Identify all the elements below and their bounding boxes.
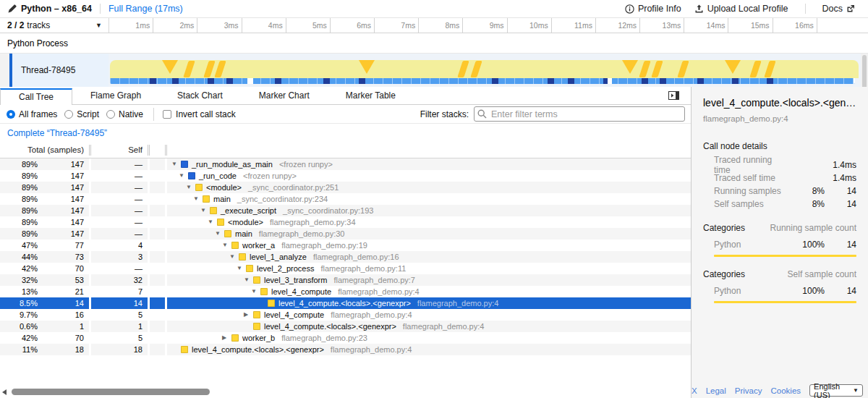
ruler-tick[interactable]: 14ms (684, 18, 728, 33)
invert-call-stack-checkbox[interactable]: Invert call stack (163, 109, 236, 119)
upload-profile-button[interactable]: Upload Local Profile (690, 4, 793, 14)
twisty-expanded-icon[interactable]: ▼ (215, 228, 224, 240)
tab-marker-table[interactable]: Marker Table (328, 88, 414, 104)
marker-slash-icon[interactable] (214, 61, 226, 77)
marker-triangle-icon[interactable] (359, 60, 375, 74)
sample-strip[interactable] (110, 78, 855, 84)
ruler-tick[interactable]: 10ms (508, 18, 552, 33)
twisty-expanded-icon[interactable]: ▼ (237, 263, 246, 274)
breadcrumb-complete-range[interactable]: Complete “Thread-78495” (7, 128, 107, 138)
marker-triangle-icon[interactable] (162, 60, 178, 74)
radio-all-frames[interactable]: All frames (7, 109, 57, 119)
marker-slash-icon[interactable] (749, 61, 761, 77)
column-header-self[interactable]: Self (91, 145, 148, 154)
twisty-collapsed-icon[interactable]: ▶ (222, 332, 231, 344)
horizontal-scrollbar[interactable] (0, 388, 691, 397)
tracks-dropdown[interactable]: 2 / 2 tracks ▼ (0, 18, 109, 33)
ruler-tick[interactable]: 11ms (552, 18, 596, 33)
column-resize-handle[interactable] (148, 145, 150, 156)
marker-slash-icon[interactable] (764, 61, 775, 77)
footer-link-cookies[interactable]: Cookies (771, 386, 801, 395)
column-resize-handle[interactable] (165, 145, 167, 156)
ruler-ticks[interactable]: 1ms2ms3ms4ms5ms6ms7ms8ms9ms10ms11ms12ms1… (109, 18, 861, 33)
marker-slash-icon[interactable] (639, 61, 650, 77)
twisty-expanded-icon[interactable]: ▼ (229, 251, 239, 263)
table-row[interactable]: 89%147—▼main_sync_coordinator.py:234 (0, 193, 691, 205)
language-select[interactable]: English (US) ▼ (809, 384, 863, 397)
ruler-tick[interactable]: 9ms (463, 18, 507, 33)
tab-call-tree[interactable]: Call Tree (0, 88, 72, 105)
marker-slash-icon[interactable] (651, 61, 663, 77)
footer-link-privacy[interactable]: Privacy (735, 386, 762, 395)
table-row[interactable]: 42%70—▼level_2_processflamegraph_demo.py… (0, 263, 691, 274)
twisty-expanded-icon[interactable]: ▼ (186, 182, 195, 193)
table-row[interactable]: 9.7%165▶level_4_computeflamegraph_demo.p… (0, 309, 691, 321)
ruler-tick[interactable]: 8ms (419, 18, 463, 33)
marker-triangle-icon[interactable] (622, 60, 638, 74)
docs-button[interactable]: Docs (818, 4, 859, 14)
tracks-vertical-scrollbar[interactable] (861, 54, 868, 87)
twisty-expanded-icon[interactable]: ▼ (222, 240, 231, 251)
table-row[interactable]: 89%147—▼mainflamegraph_demo.py:30 (0, 228, 691, 240)
profile-info-button[interactable]: Profile Info (621, 4, 686, 14)
footer-link-x[interactable]: X (692, 386, 697, 395)
full-range-button[interactable]: Full Range (17ms) (109, 4, 183, 14)
marker-slash-icon[interactable] (183, 61, 195, 77)
table-row[interactable]: 13%217▼level_4_computeflamegraph_demo.py… (0, 286, 691, 297)
tab-marker-chart[interactable]: Marker Chart (241, 88, 328, 104)
scrollbar-thumb[interactable] (12, 389, 210, 395)
twisty-expanded-icon[interactable]: ▼ (171, 158, 181, 170)
thread-label[interactable]: Thread-78495 (12, 54, 109, 87)
marker-slash-icon[interactable] (677, 61, 689, 77)
ruler-tick[interactable]: 12ms (596, 18, 640, 33)
table-row[interactable]: 89%147—▼_run_code<frozen runpy> (0, 170, 691, 182)
table-row[interactable]: 32%5332▼level_3_transformflamegraph_demo… (0, 274, 691, 286)
table-row[interactable]: 44%733▼level_1_analyzeflamegraph_demo.py… (0, 251, 691, 263)
ruler-tick[interactable] (817, 18, 861, 33)
filter-stacks-input[interactable] (474, 106, 685, 122)
track-python-process[interactable]: Python Process (0, 33, 868, 54)
table-row[interactable]: 0.6%11level_4_compute.<locals>.<genexpr>… (0, 321, 691, 332)
table-row[interactable]: 89%147—▼<module>flamegraph_demo.py:34 (0, 216, 691, 228)
twisty-expanded-icon[interactable]: ▼ (244, 274, 253, 286)
ruler-tick[interactable]: 15ms (728, 18, 773, 33)
edit-pencil-icon[interactable] (7, 4, 17, 14)
ruler-tick[interactable]: 3ms (197, 18, 242, 33)
ruler-tick[interactable]: 4ms (242, 18, 286, 33)
footer-link-legal[interactable]: Legal (706, 386, 726, 395)
table-row[interactable]: 89%147—▼_execute_script_sync_coordinator… (0, 205, 691, 216)
ruler-tick[interactable]: 13ms (640, 18, 684, 33)
marker-slash-icon[interactable] (457, 61, 469, 77)
ruler-tick[interactable]: 5ms (286, 18, 331, 33)
table-row[interactable]: 89%147—▼<module>_sync_coordinator.py:251 (0, 182, 691, 193)
sidebar-toggle-icon[interactable] (668, 91, 679, 100)
twisty-expanded-icon[interactable]: ▼ (193, 193, 203, 205)
table-row[interactable]: 89%147—▼_run_module_as_main<frozen runpy… (0, 158, 691, 170)
twisty-expanded-icon[interactable]: ▼ (251, 286, 260, 297)
table-row[interactable]: 8.5%1414level_4_compute.<locals>.<genexp… (0, 297, 691, 309)
ruler-tick[interactable]: 1ms (109, 18, 153, 33)
marker-triangle-icon[interactable] (725, 60, 741, 74)
table-row[interactable]: 47%774▼worker_aflamegraph_demo.py:19 (0, 240, 691, 251)
twisty-expanded-icon[interactable]: ▼ (200, 205, 210, 216)
marker-slash-icon[interactable] (203, 61, 215, 77)
scroll-left-arrow-icon[interactable] (2, 389, 7, 395)
twisty-expanded-icon[interactable]: ▼ (179, 170, 188, 182)
frame-filter-radios: All framesScriptNative (7, 109, 150, 119)
thread-track-canvas[interactable] (109, 54, 861, 87)
table-row[interactable]: 11%1818level_4_compute.<locals>.<genexpr… (0, 344, 691, 355)
ruler-tick[interactable]: 2ms (153, 18, 197, 33)
twisty-collapsed-icon[interactable]: ▶ (244, 309, 253, 321)
table-row[interactable]: 42%705▶worker_bflamegraph_demo.py:23 (0, 332, 691, 344)
ruler-tick[interactable]: 6ms (331, 18, 375, 33)
column-header-total[interactable]: Total (samples) (0, 145, 89, 154)
tab-stack-chart[interactable]: Stack Chart (159, 88, 241, 104)
marker-band[interactable] (110, 60, 859, 78)
marker-slash-icon[interactable] (470, 61, 482, 77)
radio-native[interactable]: Native (106, 109, 143, 119)
ruler-tick[interactable]: 7ms (375, 18, 419, 33)
radio-script[interactable]: Script (64, 109, 99, 119)
twisty-expanded-icon[interactable]: ▼ (208, 216, 217, 228)
tab-flame-graph[interactable]: Flame Graph (72, 88, 159, 104)
ruler-tick[interactable]: 16ms (773, 18, 817, 33)
